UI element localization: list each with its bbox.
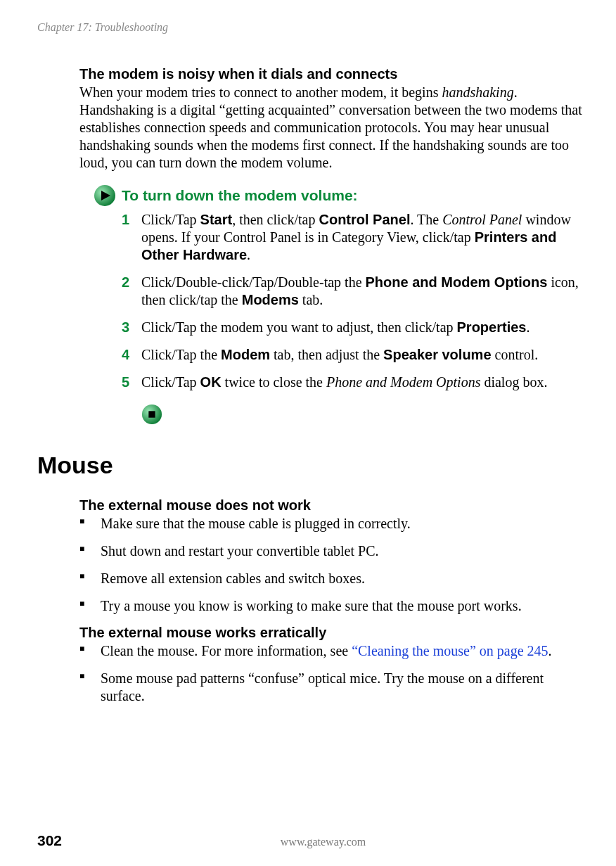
- ui-start: Start: [200, 212, 233, 227]
- mouse-not-work-heading: The external mouse does not work: [79, 497, 584, 514]
- step-5: 5 Click/Tap OK twice to close the Phone …: [122, 374, 584, 391]
- step-number: 2: [122, 274, 129, 291]
- mouse-section-heading: Mouse: [37, 452, 584, 479]
- stop-icon: [141, 404, 162, 425]
- bullet-list: Make sure that the mouse cable is plugge…: [79, 515, 584, 615]
- ui-modems-tab: Modems: [242, 292, 299, 307]
- ui-phone-modem-options: Phone and Modem Options: [366, 274, 548, 290]
- step-number: 5: [122, 374, 129, 391]
- text-run: Clean the mouse. For more information, s…: [101, 643, 352, 658]
- text-run: control.: [492, 347, 539, 362]
- list-item: Remove all extension cables and switch b…: [79, 570, 584, 587]
- text-run: Click/Tap: [141, 374, 200, 390]
- text-run: When your modem tries to connect to anot…: [79, 84, 442, 100]
- page-number: 302: [37, 832, 62, 849]
- chapter-header: Chapter 17: Troubleshooting: [37, 21, 584, 34]
- procedure-title: To turn down the modem volume:: [122, 187, 584, 204]
- step-1: 1 Click/Tap Start, then click/tap Contro…: [122, 211, 584, 264]
- footer-url: www.gateway.com: [62, 836, 584, 848]
- window-control-panel: Control Panel: [442, 212, 522, 227]
- text-run: dialog box.: [480, 374, 547, 390]
- ui-modem-tab: Modem: [221, 347, 270, 362]
- play-icon: [94, 184, 116, 207]
- text-run: . The: [410, 212, 442, 227]
- list-item: Make sure that the mouse cable is plugge…: [79, 515, 584, 533]
- svg-rect-3: [148, 411, 155, 417]
- step-4: 4 Click/Tap the Modem tab, then adjust t…: [122, 346, 584, 364]
- step-2: 2 Click/Double-click/Tap/Double-tap the …: [122, 274, 584, 309]
- ui-control-panel: Control Panel: [319, 212, 410, 227]
- step-number: 1: [122, 211, 129, 229]
- list-item: Some mouse pad patterns “confuse” optica…: [79, 670, 584, 705]
- text-run: .: [526, 319, 530, 335]
- ui-speaker-volume: Speaker volume: [383, 347, 491, 362]
- mouse-erratic-heading: The external mouse works erratically: [79, 625, 584, 641]
- text-run: twice to close the: [222, 374, 326, 390]
- bullet-list: Clean the mouse. For more information, s…: [79, 642, 584, 705]
- term-handshaking: handshaking: [442, 84, 513, 100]
- step-number: 4: [122, 346, 129, 364]
- ui-properties: Properties: [457, 319, 527, 335]
- text-run: Click/Tap the: [141, 347, 221, 362]
- list-item: Try a mouse you know is working to make …: [79, 597, 584, 615]
- text-run: .: [247, 247, 250, 262]
- modem-noisy-paragraph: When your modem tries to connect to anot…: [79, 84, 584, 172]
- step-3: 3 Click/Tap the modem you want to adjust…: [122, 319, 584, 336]
- cleaning-mouse-link[interactable]: “Cleaning the mouse” on page 245: [352, 643, 548, 658]
- step-number: 3: [122, 319, 129, 336]
- list-item: Clean the mouse. For more information, s…: [79, 642, 584, 660]
- ui-ok: OK: [200, 374, 222, 390]
- text-run: .: [548, 643, 552, 658]
- list-item: Shut down and restart your convertible t…: [79, 542, 584, 560]
- text-run: Click/Double-click/Tap/Double-tap the: [141, 274, 366, 290]
- text-run: Click/Tap: [141, 212, 200, 227]
- procedure-block: To turn down the modem volume: 1 Click/T…: [101, 187, 584, 428]
- text-run: tab, then adjust the: [270, 347, 383, 362]
- page-footer: 302 www.gateway.com: [37, 832, 584, 849]
- text-run: , then click/tap: [232, 212, 319, 227]
- text-run: Click/Tap the modem you want to adjust, …: [141, 319, 457, 335]
- dialog-phone-modem-options: Phone and Modem Options: [326, 374, 480, 390]
- text-run: tab.: [299, 292, 323, 307]
- modem-noisy-heading: The modem is noisy when it dials and con…: [79, 66, 584, 82]
